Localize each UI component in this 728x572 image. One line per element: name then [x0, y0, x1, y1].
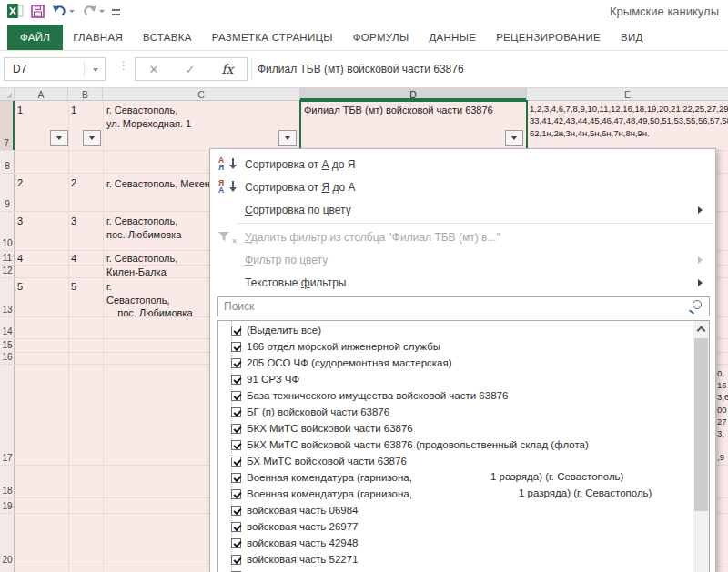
- checkbox-checked-icon[interactable]: [231, 457, 241, 467]
- row-header-17[interactable]: 17: [0, 364, 15, 465]
- menu-item-sort-az[interactable]: А Я Сортировка от А до Я: [210, 153, 715, 176]
- checkbox-checked-icon[interactable]: [231, 326, 241, 336]
- checkbox-checked-icon[interactable]: [231, 506, 241, 516]
- row-header-8[interactable]: 8: [0, 150, 15, 173]
- select-all-corner[interactable]: [0, 88, 15, 101]
- col-header-a[interactable]: A: [15, 88, 68, 101]
- col-header-d[interactable]: D: [300, 88, 527, 101]
- filter-list-item[interactable]: войсковая часть 52271: [218, 551, 693, 567]
- filter-search-input[interactable]: [218, 297, 682, 316]
- row-header-9[interactable]: 9: [0, 173, 15, 211]
- cell-e7[interactable]: 1,2,3,4,6,7,8,9,10,11,12,16,18,19,20,21,…: [530, 103, 728, 142]
- cell-b13[interactable]: 5: [71, 280, 76, 294]
- filter-list-item[interactable]: войсковая часть 60135: [218, 567, 693, 572]
- cell-c13[interactable]: г. Севастополь, пос. Любимовка: [106, 280, 193, 320]
- menu-item-sort-by-color[interactable]: Сортировка по цвету: [210, 198, 715, 221]
- tab-view[interactable]: ВИД: [611, 25, 653, 50]
- checkbox-checked-icon[interactable]: [231, 424, 241, 434]
- save-icon[interactable]: [31, 5, 45, 18]
- formula-input[interactable]: Филиал ТБВ (мт) войсковой части 63876: [258, 63, 464, 75]
- tab-page-layout[interactable]: РАЗМЕТКА СТРАНИЦЫ: [202, 25, 343, 50]
- filter-list-item[interactable]: БХ МиТС войсковой части 63876: [218, 453, 693, 469]
- filter-button-a[interactable]: [50, 130, 68, 146]
- customize-quick-access-icon[interactable]: [112, 7, 120, 15]
- row-header-18[interactable]: 18: [0, 465, 15, 497]
- filter-list-item[interactable]: войсковая часть 42948: [218, 535, 693, 551]
- cell-a7[interactable]: 1: [17, 104, 23, 117]
- col-header-b[interactable]: B: [68, 88, 103, 101]
- cancel-icon[interactable]: ✕: [149, 63, 159, 76]
- tab-data[interactable]: ДАННЫЕ: [419, 25, 486, 50]
- menu-item-text-filters[interactable]: Текстовые фильтры: [210, 271, 715, 294]
- row-header-14[interactable]: 14: [0, 316, 15, 338]
- checkbox-checked-icon[interactable]: [231, 391, 241, 401]
- cell-a13[interactable]: 5: [17, 280, 23, 294]
- tab-file[interactable]: ФАЙЛ: [7, 25, 63, 50]
- row-header-15[interactable]: 15: [0, 338, 15, 352]
- col-header-e[interactable]: E: [527, 88, 728, 101]
- insert-function-icon[interactable]: fx: [221, 62, 233, 76]
- search-icon[interactable]: [688, 300, 703, 315]
- cell-b11[interactable]: 4: [71, 252, 76, 266]
- filter-list-item[interactable]: 166 отдел морской инженерной службы: [218, 338, 693, 355]
- tab-formulas[interactable]: ФОРМУЛЫ: [343, 25, 420, 50]
- scrollbar-thumb[interactable]: [694, 338, 708, 511]
- filter-list-item[interactable]: Военная комендатура (гарнизона,1 разряда…: [218, 486, 693, 502]
- checkbox-checked-icon[interactable]: [231, 473, 241, 483]
- row-header-16[interactable]: 16: [0, 352, 15, 364]
- formula-bar-splitter[interactable]: ⋮: [118, 62, 129, 69]
- filter-list-item[interactable]: БКХ МиТС войсковой части 63876: [218, 420, 693, 437]
- cell-b10[interactable]: 3: [71, 215, 76, 228]
- filter-list-item[interactable]: БГ (п) войсковой части 63876: [218, 404, 693, 420]
- tab-home[interactable]: ГЛАВНАЯ: [63, 25, 133, 50]
- scrollbar-up-icon[interactable]: [693, 321, 709, 336]
- row-header-7[interactable]: 7: [0, 101, 15, 150]
- row-header-10[interactable]: 10: [0, 211, 15, 250]
- name-box-dropdown-icon[interactable]: [93, 68, 98, 75]
- checkbox-checked-icon[interactable]: [231, 440, 241, 450]
- undo-dropdown-icon[interactable]: [69, 10, 75, 15]
- cell-a10[interactable]: 3: [17, 215, 23, 228]
- col-header-c[interactable]: C: [103, 88, 300, 101]
- filter-button-c[interactable]: [278, 130, 297, 146]
- checkbox-checked-icon[interactable]: [231, 342, 241, 352]
- row-header-11[interactable]: 11: [0, 250, 15, 265]
- excel-logo-icon[interactable]: [7, 4, 24, 18]
- filter-list-item[interactable]: БКХ МиТС войсковой части 63876 (продовол…: [218, 437, 693, 453]
- tab-review[interactable]: РЕЦЕНЗИРОВАНИЕ: [486, 25, 611, 50]
- filter-list-item[interactable]: войсковая часть 26977: [218, 518, 693, 535]
- cell-c11[interactable]: г. Севастополь, Килен-Балка: [106, 252, 177, 278]
- filter-list-item[interactable]: 91 СРЗ ЧФ: [218, 371, 693, 387]
- cell-a9[interactable]: 2: [17, 176, 23, 190]
- checkbox-checked-icon[interactable]: [231, 522, 241, 532]
- name-box[interactable]: D7: [4, 57, 106, 81]
- checkbox-checked-icon[interactable]: [231, 375, 241, 385]
- filter-list-item[interactable]: войсковая часть 06984: [218, 502, 693, 518]
- filter-list-item[interactable]: База технического имущества войсковой ча…: [218, 387, 693, 404]
- row-header-19[interactable]: 19: [0, 497, 15, 513]
- row-header-12[interactable]: 12: [0, 265, 15, 277]
- filter-list-item[interactable]: (Выделить все): [218, 322, 693, 338]
- undo-icon[interactable]: [52, 5, 75, 17]
- row-header-20[interactable]: 20: [0, 513, 15, 567]
- checkbox-checked-icon[interactable]: [231, 358, 241, 368]
- cell-c9[interactable]: г. Севастополь, Мекенз: [106, 177, 215, 191]
- menu-item-sort-za[interactable]: Я А Сортировка от Я до А: [210, 176, 715, 198]
- scrollbar[interactable]: [693, 321, 709, 572]
- row-header-13[interactable]: 13: [0, 277, 15, 316]
- filter-list-item[interactable]: Военная комендатура (гарнизона,1 разряда…: [218, 469, 693, 486]
- cell-a11[interactable]: 4: [17, 252, 23, 266]
- checkbox-checked-icon[interactable]: [231, 489, 241, 499]
- checkbox-checked-icon[interactable]: [231, 538, 241, 548]
- tab-insert[interactable]: ВСТАВКА: [133, 25, 202, 50]
- filter-list-item[interactable]: 205 ОСО ЧФ (судоремонтная мастерская): [218, 355, 693, 371]
- redo-dropdown-icon[interactable]: [99, 10, 105, 15]
- checkbox-checked-icon[interactable]: [231, 555, 241, 565]
- enter-icon[interactable]: ✓: [185, 63, 195, 76]
- checkbox-checked-icon[interactable]: [231, 407, 241, 417]
- cell-b7[interactable]: 1: [71, 104, 76, 117]
- cell-c7[interactable]: г. Севастополь, ул. Мореходная. 1: [106, 104, 191, 130]
- redo-icon[interactable]: [82, 5, 105, 17]
- cell-b9[interactable]: 2: [71, 176, 76, 190]
- cell-c10[interactable]: г. Севастополь, пос. Любимовка: [106, 215, 181, 241]
